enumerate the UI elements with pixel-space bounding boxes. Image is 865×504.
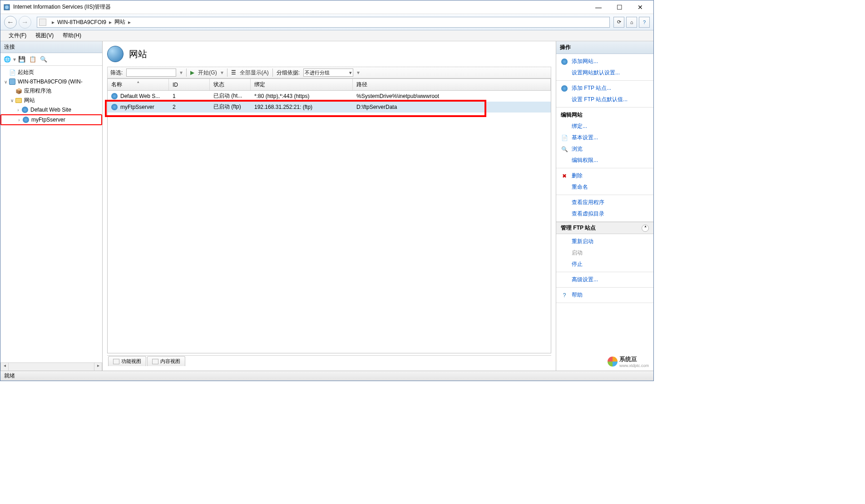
actions-panel: 操作 添加网站... 设置网站默认设置... 添加 FTP 站点... 设置 F… [556,41,653,371]
navbar: ← → ▸ WIN-8THBA9CFOI9 ▸ 网站 ▸ ⟳ ⌂ ? [0,14,653,30]
filter-start-button[interactable]: 开始(G) [198,69,217,77]
cell-path: D:\ftpServerData [353,104,551,110]
action-advanced[interactable]: 高级设置... [556,274,653,285]
refresh-button[interactable]: 📋 [28,54,38,64]
tree-start-page[interactable]: 📄 起始页 [0,68,102,77]
column-header-binding[interactable]: 绑定 [251,79,353,90]
tree-app-pools[interactable]: 📦 应用程序池 [0,86,102,96]
column-header-path[interactable]: 路径 [353,79,551,90]
tab-feature-view[interactable]: 功能视图 [108,356,146,366]
help-icon: ? [561,292,568,299]
manage-ftp-header[interactable]: 管理 FTP 站点 ˄ [556,222,653,234]
action-add-site[interactable]: 添加网站... [556,56,653,67]
action-help[interactable]: ? 帮助 [556,289,653,301]
action-browse[interactable]: 🔍 浏览 [556,143,653,155]
menu-file[interactable]: 文件(F) [4,30,31,41]
globe-icon: 🌐 [4,56,11,63]
start-page-icon: 📄 [9,69,16,76]
tree-default-site[interactable]: › Default Web Site [0,105,102,114]
cell-name: Default Web S... [120,93,160,99]
connections-toolbar: 🌐 ▾ 💾 📋 🔍 [0,53,102,66]
tree-label: myFtpSserver [31,117,65,123]
group-by-select[interactable]: 不进行分组 ▾ [303,69,353,77]
action-view-apps[interactable]: 查看应用程序 [556,197,653,208]
tree-label: 网站 [24,97,35,104]
tree-sites[interactable]: ∨ 网站 [0,96,102,105]
menubar: 文件(F) 视图(V) 帮助(H) [0,30,653,41]
content-view-icon [152,359,158,364]
breadcrumb-server[interactable]: WIN-8THBA9CFOI9 [57,19,106,25]
menu-view[interactable]: 视图(V) [31,30,58,41]
globe-icon [22,116,30,123]
feature-view-icon [113,359,119,364]
action-edit-permissions[interactable]: 编辑权限... [556,155,653,166]
group-by-value: 不进行分组 [305,69,330,76]
breadcrumb-icon [39,19,46,26]
nav-refresh-button[interactable]: ⟳ [613,17,624,28]
breadcrumb-section[interactable]: 网站 [114,18,125,26]
watermark-url: www.xtdptc.com [619,363,649,368]
action-rename[interactable]: 重命名 [556,181,653,193]
connections-panel: 连接 🌐 ▾ 💾 📋 🔍 📄 起始页 ∨ WIN-8THBA9CFOI9 (WI… [0,41,103,371]
action-start[interactable]: 启动 [556,247,653,259]
filter-input[interactable] [126,69,176,77]
breadcrumb-sep: ▸ [52,19,54,25]
maximize-button[interactable]: ☐ [609,1,630,14]
nav-forward-button[interactable]: → [19,16,31,29]
action-stop[interactable]: 停止 [556,259,653,270]
action-delete[interactable]: ✖ 删除 [556,170,653,181]
cell-id: 2 [169,104,210,110]
nav-home-button[interactable]: ⌂ [626,17,637,28]
expander-icon[interactable]: ∨ [9,98,15,103]
home-icon: ⌂ [630,20,633,25]
connections-header: 连接 [0,41,102,53]
expander-icon[interactable]: › [15,108,21,113]
nav-back-button[interactable]: ← [4,16,17,29]
show-all-button[interactable]: 全部显示(A) [240,69,269,77]
sidebar-scrollbar[interactable]: ◂ ▸ [0,362,102,371]
action-ftp-defaults[interactable]: 设置 FTP 站点默认值... [556,94,653,105]
stop-button[interactable]: 🔍 [39,54,49,64]
iis-app-icon [3,4,10,11]
main-panel: 网站 筛选: ▾ ▶ 开始(G) ▾ ☰ 全部显示(A) 分组依据: 不进行分组… [103,41,556,371]
action-view-vdirs[interactable]: 查看虚拟目录 [556,208,653,220]
column-header-status[interactable]: 状态 [210,79,251,90]
breadcrumb[interactable]: ▸ WIN-8THBA9CFOI9 ▸ 网站 ▸ [37,17,610,28]
tab-content-view[interactable]: 内容视图 [147,356,185,366]
close-button[interactable]: ✕ [630,1,651,14]
action-site-defaults[interactable]: 设置网站默认设置... [556,67,653,78]
scroll-right-button[interactable]: ▸ [94,363,102,371]
menu-help[interactable]: 帮助(H) [58,30,86,41]
action-bindings[interactable]: 绑定... [556,121,653,132]
grid-row[interactable]: myFtpSserver 2 已启动 (ftp) 192.168.31.252:… [108,102,551,113]
watermark-name: 系统豆 [619,356,637,362]
filter-label: 筛选: [110,69,123,77]
grid-row[interactable]: Default Web S... 1 已启动 (ht... *:80 (http… [108,91,551,102]
cell-id: 1 [169,93,210,99]
action-add-ftp[interactable]: 添加 FTP 站点... [556,83,653,94]
tree-ftp-site[interactable]: › myFtpSserver [0,114,102,125]
save-button[interactable]: 💾 [17,54,27,64]
titlebar: Internet Information Services (IIS)管理器 —… [0,0,653,14]
collapse-icon[interactable]: ˄ [642,225,649,232]
nav-help-button[interactable]: ? [639,17,650,28]
column-header-id[interactable]: ID [169,79,210,90]
minimize-button[interactable]: — [588,1,609,14]
action-basic-settings[interactable]: 📄 基本设置... [556,132,653,143]
filter-start-icon: ▶ [190,69,194,76]
server-icon [9,78,16,85]
scroll-left-button[interactable]: ◂ [0,363,9,371]
column-header-name[interactable]: 名称 ▴ [108,79,169,90]
breadcrumb-sep: ▸ [109,19,112,25]
apppool-icon: 📦 [15,88,22,95]
chevron-down-icon: ▾ [349,70,352,76]
tree-server[interactable]: ∨ WIN-8THBA9CFOI9 (WIN- [0,77,102,86]
breadcrumb-sep: ▸ [128,19,131,25]
sites-page-icon [107,46,124,62]
expander-icon[interactable]: › [16,117,22,122]
connect-button[interactable]: 🌐 [2,54,12,64]
stop-icon: 🔍 [40,56,47,63]
action-restart[interactable]: 重新启动 [556,236,653,247]
actions-header: 操作 [556,41,653,54]
expander-icon[interactable]: ∨ [2,79,9,84]
